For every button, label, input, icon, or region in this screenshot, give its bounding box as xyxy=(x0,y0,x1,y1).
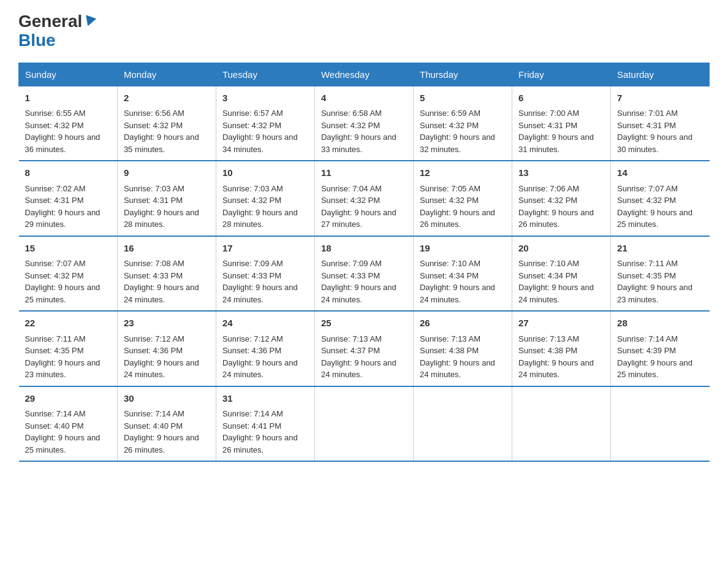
day-number: 6 xyxy=(518,91,604,105)
day-info: Sunrise: 7:11 AMSunset: 4:35 PMDaylight:… xyxy=(617,259,692,304)
logo: General Blue xyxy=(18,12,95,50)
day-info: Sunrise: 6:59 AMSunset: 4:32 PMDaylight:… xyxy=(420,109,495,154)
day-info: Sunrise: 7:12 AMSunset: 4:36 PMDaylight:… xyxy=(124,334,199,380)
calendar-cell: 1Sunrise: 6:55 AMSunset: 4:32 PMDaylight… xyxy=(19,86,118,161)
calendar-cell: 24Sunrise: 7:12 AMSunset: 4:36 PMDayligh… xyxy=(216,311,314,386)
calendar-cell: 3Sunrise: 6:57 AMSunset: 4:32 PMDaylight… xyxy=(216,86,314,161)
day-number: 25 xyxy=(321,316,407,331)
day-info: Sunrise: 7:10 AMSunset: 4:34 PMDaylight:… xyxy=(518,259,594,304)
day-number: 4 xyxy=(321,91,407,105)
day-info: Sunrise: 7:07 AMSunset: 4:32 PMDaylight:… xyxy=(617,184,692,229)
calendar-week-row: 8Sunrise: 7:02 AMSunset: 4:31 PMDaylight… xyxy=(19,161,710,236)
day-number: 30 xyxy=(124,392,210,406)
logo-chevron-icon xyxy=(83,15,96,28)
day-info: Sunrise: 7:09 AMSunset: 4:33 PMDaylight:… xyxy=(321,259,396,304)
calendar-cell: 19Sunrise: 7:10 AMSunset: 4:34 PMDayligh… xyxy=(413,236,512,312)
header-monday: Monday xyxy=(117,63,216,86)
day-number: 12 xyxy=(420,166,506,180)
calendar-cell: 5Sunrise: 6:59 AMSunset: 4:32 PMDaylight… xyxy=(413,86,512,161)
header-saturday: Saturday xyxy=(611,63,710,86)
day-info: Sunrise: 6:58 AMSunset: 4:32 PMDaylight:… xyxy=(321,109,396,154)
calendar-cell: 29Sunrise: 7:14 AMSunset: 4:40 PMDayligh… xyxy=(19,386,118,462)
calendar-cell: 26Sunrise: 7:13 AMSunset: 4:38 PMDayligh… xyxy=(413,311,512,386)
day-number: 31 xyxy=(222,392,308,406)
calendar-cell: 8Sunrise: 7:02 AMSunset: 4:31 PMDaylight… xyxy=(19,161,118,236)
logo-general-text: General xyxy=(18,12,82,31)
logo-blue-text: Blue xyxy=(18,31,95,50)
day-number: 7 xyxy=(617,91,703,105)
day-info: Sunrise: 7:01 AMSunset: 4:31 PMDaylight:… xyxy=(617,109,692,154)
day-number: 19 xyxy=(420,242,506,256)
day-info: Sunrise: 7:07 AMSunset: 4:32 PMDaylight:… xyxy=(25,259,100,304)
day-info: Sunrise: 7:05 AMSunset: 4:32 PMDaylight:… xyxy=(420,184,495,229)
calendar-cell: 16Sunrise: 7:08 AMSunset: 4:33 PMDayligh… xyxy=(117,236,216,312)
day-number: 18 xyxy=(321,242,407,256)
day-info: Sunrise: 7:13 AMSunset: 4:38 PMDaylight:… xyxy=(420,334,495,380)
day-number: 2 xyxy=(124,91,210,105)
day-number: 20 xyxy=(518,242,604,256)
day-info: Sunrise: 6:55 AMSunset: 4:32 PMDaylight:… xyxy=(25,109,100,154)
day-info: Sunrise: 7:02 AMSunset: 4:31 PMDaylight:… xyxy=(25,184,100,229)
calendar-cell: 27Sunrise: 7:13 AMSunset: 4:38 PMDayligh… xyxy=(512,311,611,386)
day-info: Sunrise: 7:00 AMSunset: 4:31 PMDaylight:… xyxy=(518,109,594,154)
day-number: 27 xyxy=(518,316,604,331)
calendar-cell: 10Sunrise: 7:03 AMSunset: 4:32 PMDayligh… xyxy=(216,161,314,236)
calendar-week-row: 29Sunrise: 7:14 AMSunset: 4:40 PMDayligh… xyxy=(19,386,710,462)
calendar-cell: 4Sunrise: 6:58 AMSunset: 4:32 PMDaylight… xyxy=(314,86,413,161)
calendar-cell: 18Sunrise: 7:09 AMSunset: 4:33 PMDayligh… xyxy=(314,236,413,312)
day-number: 5 xyxy=(420,91,506,105)
day-info: Sunrise: 7:04 AMSunset: 4:32 PMDaylight:… xyxy=(321,184,396,229)
day-info: Sunrise: 7:06 AMSunset: 4:32 PMDaylight:… xyxy=(518,184,594,229)
day-info: Sunrise: 7:14 AMSunset: 4:40 PMDaylight:… xyxy=(25,409,100,454)
day-info: Sunrise: 7:03 AMSunset: 4:32 PMDaylight:… xyxy=(222,184,298,229)
calendar-cell: 17Sunrise: 7:09 AMSunset: 4:33 PMDayligh… xyxy=(216,236,314,312)
calendar-cell: 30Sunrise: 7:14 AMSunset: 4:40 PMDayligh… xyxy=(117,386,216,462)
day-info: Sunrise: 6:56 AMSunset: 4:32 PMDaylight:… xyxy=(124,109,199,154)
day-number: 16 xyxy=(124,242,210,256)
page-header: General Blue xyxy=(18,12,710,50)
day-number: 29 xyxy=(25,392,111,406)
calendar-cell: 12Sunrise: 7:05 AMSunset: 4:32 PMDayligh… xyxy=(413,161,512,236)
calendar-cell: 6Sunrise: 7:00 AMSunset: 4:31 PMDaylight… xyxy=(512,86,611,161)
calendar-cell: 14Sunrise: 7:07 AMSunset: 4:32 PMDayligh… xyxy=(611,161,710,236)
calendar-cell: 11Sunrise: 7:04 AMSunset: 4:32 PMDayligh… xyxy=(314,161,413,236)
calendar-cell: 9Sunrise: 7:03 AMSunset: 4:31 PMDaylight… xyxy=(117,161,216,236)
calendar-cell: 28Sunrise: 7:14 AMSunset: 4:39 PMDayligh… xyxy=(611,311,710,386)
calendar-table: SundayMondayTuesdayWednesdayThursdayFrid… xyxy=(18,63,710,462)
day-info: Sunrise: 7:08 AMSunset: 4:33 PMDaylight:… xyxy=(124,259,199,304)
day-info: Sunrise: 7:03 AMSunset: 4:31 PMDaylight:… xyxy=(124,184,199,229)
day-info: Sunrise: 7:14 AMSunset: 4:40 PMDaylight:… xyxy=(124,409,199,454)
calendar-cell: 31Sunrise: 7:14 AMSunset: 4:41 PMDayligh… xyxy=(216,386,314,462)
calendar-cell xyxy=(413,386,512,462)
day-info: Sunrise: 7:14 AMSunset: 4:41 PMDaylight:… xyxy=(222,409,298,454)
day-number: 24 xyxy=(222,316,308,331)
calendar-cell: 21Sunrise: 7:11 AMSunset: 4:35 PMDayligh… xyxy=(611,236,710,312)
day-number: 28 xyxy=(617,316,703,331)
calendar-cell: 7Sunrise: 7:01 AMSunset: 4:31 PMDaylight… xyxy=(611,86,710,161)
day-number: 22 xyxy=(25,316,111,331)
calendar-cell: 20Sunrise: 7:10 AMSunset: 4:34 PMDayligh… xyxy=(512,236,611,312)
header-friday: Friday xyxy=(512,63,611,86)
calendar-week-row: 22Sunrise: 7:11 AMSunset: 4:35 PMDayligh… xyxy=(19,311,710,386)
day-info: Sunrise: 7:09 AMSunset: 4:33 PMDaylight:… xyxy=(222,259,298,304)
day-number: 9 xyxy=(124,166,210,180)
calendar-cell: 15Sunrise: 7:07 AMSunset: 4:32 PMDayligh… xyxy=(19,236,118,312)
day-info: Sunrise: 7:13 AMSunset: 4:38 PMDaylight:… xyxy=(518,334,594,380)
calendar-week-row: 15Sunrise: 7:07 AMSunset: 4:32 PMDayligh… xyxy=(19,236,710,312)
calendar-cell: 22Sunrise: 7:11 AMSunset: 4:35 PMDayligh… xyxy=(19,311,118,386)
calendar-cell xyxy=(314,386,413,462)
calendar-cell: 13Sunrise: 7:06 AMSunset: 4:32 PMDayligh… xyxy=(512,161,611,236)
calendar-week-row: 1Sunrise: 6:55 AMSunset: 4:32 PMDaylight… xyxy=(19,86,710,161)
day-number: 17 xyxy=(222,242,308,256)
calendar-cell: 25Sunrise: 7:13 AMSunset: 4:37 PMDayligh… xyxy=(314,311,413,386)
day-number: 10 xyxy=(222,166,308,180)
day-number: 11 xyxy=(321,166,407,180)
day-number: 3 xyxy=(222,91,308,105)
header-wednesday: Wednesday xyxy=(314,63,413,86)
calendar-cell xyxy=(611,386,710,462)
calendar-header-row: SundayMondayTuesdayWednesdayThursdayFrid… xyxy=(19,63,710,86)
calendar-cell: 2Sunrise: 6:56 AMSunset: 4:32 PMDaylight… xyxy=(117,86,216,161)
day-number: 21 xyxy=(617,242,703,256)
day-number: 8 xyxy=(25,166,111,180)
calendar-cell xyxy=(512,386,611,462)
